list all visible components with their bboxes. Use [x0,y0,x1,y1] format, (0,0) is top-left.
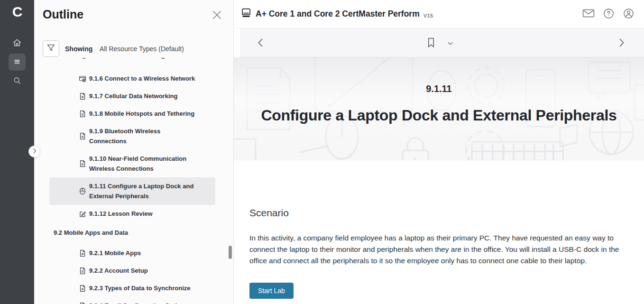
scenario-text: In this activity, a company field employ… [249,232,629,267]
outline-item-label: 9.1.9 Bluetooth Wireless Connections [89,126,182,146]
outline-item-label: 9.1.5 Wireless Networking [89,58,165,59]
main-content: A+ Core 1 and Core 2 CertMaster Perform … [234,0,644,304]
outline-item-label: 9.1.6 Connect to a Wireless Network [89,75,195,82]
help-button[interactable] [601,7,616,21]
comptia-logo: C [0,4,34,20]
document-icon [79,132,86,140]
outline-item-label: 9.1.8 Mobile Hotspots and Tethering [89,110,194,117]
collapse-panel-button[interactable] [28,146,40,157]
course-header: A+ Core 1 and Core 2 CertMaster Perform … [234,0,644,28]
outline-item[interactable]: 9.2.3 Types of Data to Synchronize [49,279,215,297]
search-icon [12,75,22,87]
outline-item[interactable]: 9.2.2 Account Setup [49,262,215,279]
account-button[interactable] [621,7,635,21]
outline-item-label: 9.2.4 Email Configuration Options [89,302,188,304]
messages-button[interactable] [581,7,596,21]
next-page-button[interactable] [615,35,629,51]
lesson-number: 9.1.11 [234,83,644,94]
bookmark-dropdown-button[interactable] [443,35,457,51]
document-icon [79,302,86,304]
outline-item[interactable]: 9.1.12 Lesson Review [49,205,215,222]
filter-button[interactable] [43,40,59,57]
outline-item[interactable]: 9.1.5 Wireless Networking [49,58,215,64]
chevron-left-icon [258,38,263,49]
outline-panel: Outline Showing All Resource Types (Defa… [34,0,234,304]
course-title: A+ Core 1 and Core 2 CertMaster Perform [256,9,420,19]
outline-title: Outline [43,8,83,21]
outline-item[interactable]: 9.1.9 Bluetooth Wireless Connections [49,122,215,150]
edit-icon [79,210,86,218]
lesson-title: Configure a Laptop Dock and External Per… [234,107,644,124]
outline-item[interactable]: 9.1.8 Mobile Hotspots and Tethering [49,105,215,122]
outline-item-current[interactable]: 9.1.11 Configure a Laptop Dock and Exter… [49,177,215,205]
certmaster-app: C [0,0,644,304]
search-button[interactable] [9,73,26,90]
envelope-icon [582,9,595,19]
chevron-right-icon [33,148,37,155]
document-icon [79,249,86,257]
home-button[interactable] [9,35,26,52]
account-icon [623,8,634,20]
filter-selected-value[interactable]: All Resource Types (Default) [100,45,184,53]
outline-item[interactable]: 9.1.10 Near-Field Communication Wireless… [49,150,215,177]
menu-icon [12,56,22,68]
outline-list: 9.1.5 Wireless Networking 9.1.6 Connect … [34,58,233,304]
filter-icon [46,44,55,54]
filter-showing-label: Showing [65,45,92,53]
outline-item[interactable]: 9.1.6 Connect to a Wireless Network [49,70,215,87]
help-icon [603,8,614,20]
outline-item-label: 9.2.1 Mobile Apps [89,249,141,257]
home-icon [12,37,22,49]
document-icon [79,267,86,275]
outline-item[interactable]: 9.2.4 Email Configuration Options [49,297,215,304]
outline-section-label: 9.2 Mobile Apps and Data [49,224,215,241]
close-outline-button[interactable] [212,10,222,21]
outline-item[interactable]: 9.2.1 Mobile Apps [49,244,215,262]
outline-item[interactable]: 9.1.7 Cellular Data Networking [49,87,215,105]
scenario-heading: Scenario [249,207,289,219]
bookmark-icon [427,37,435,49]
previous-page-button[interactable] [253,35,267,51]
outline-item-label: 9.1.12 Lesson Review [89,210,153,217]
document-icon [79,110,86,118]
bookmark-button[interactable] [424,35,438,51]
outline-menu-button[interactable] [9,54,26,71]
video-lab-icon [79,75,86,83]
mouse-icon [79,187,86,195]
video-lab-icon [79,58,86,59]
document-icon [79,160,86,167]
document-icon [79,92,86,100]
outline-item-label: 9.1.11 Configure a Laptop Dock and Exter… [89,183,193,200]
document-icon [79,285,86,292]
course-version-badge: V15 [423,13,433,18]
lesson-navbar [240,28,644,57]
outline-item-label: 9.2.2 Account Setup [89,267,148,274]
outline-item-label: 9.1.7 Cellular Data Networking [89,92,177,100]
outline-item-label: 9.1.10 Near-Field Communication Wireless… [89,155,186,172]
close-icon [212,14,221,21]
start-lab-button[interactable]: Start Lab [249,283,294,299]
outline-scrollbar-thumb[interactable] [229,246,232,259]
lesson-hero-banner: 9.1.11 Configure a Laptop Dock and Exter… [234,57,644,160]
course-device-icon [241,8,251,20]
chevron-down-icon [448,40,453,47]
chevron-right-icon [619,38,625,49]
outline-item-label: 9.2.3 Types of Data to Synchronize [89,285,191,292]
